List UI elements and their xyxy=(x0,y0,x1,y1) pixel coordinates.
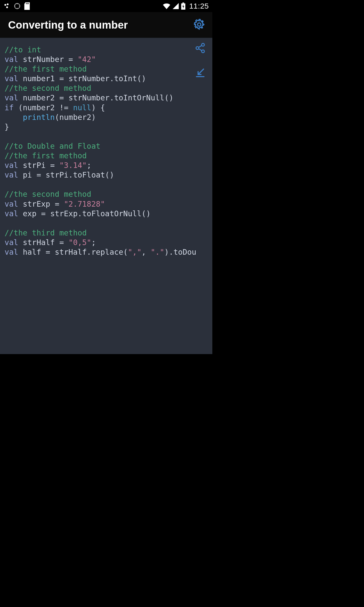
code-keyword: val xyxy=(5,209,18,218)
share-button[interactable] xyxy=(194,42,207,55)
svg-point-2 xyxy=(6,6,8,8)
code-identifier: half xyxy=(23,248,41,256)
code-keyword: val xyxy=(5,248,18,256)
code-identifier: strPi xyxy=(23,161,46,170)
svg-line-13 xyxy=(199,46,202,47)
code-operator: = xyxy=(55,93,69,102)
code-operator: = xyxy=(41,248,55,256)
code-comment: //the second method xyxy=(5,84,91,93)
code-keyword: val xyxy=(5,93,18,102)
code-expr: ).toDou xyxy=(164,248,196,256)
gear-icon xyxy=(193,18,205,32)
svg-point-10 xyxy=(202,44,204,46)
sync-icon xyxy=(14,3,21,10)
code-operator: = xyxy=(36,209,50,218)
svg-line-14 xyxy=(199,49,202,51)
code-operator: = xyxy=(55,74,69,83)
code-string: "3.14" xyxy=(59,161,87,170)
code-keyword: val xyxy=(5,170,18,179)
svg-point-1 xyxy=(7,4,9,5)
svg-rect-6 xyxy=(28,3,29,4)
code-identifier: strHalf xyxy=(23,238,55,247)
code-indent xyxy=(5,113,23,122)
code-identifier: strExp xyxy=(23,200,50,208)
code-expr: strNumber.toInt() xyxy=(69,74,146,83)
code-identifier: exp xyxy=(23,209,36,218)
code-string: "42" xyxy=(78,55,96,64)
code-keyword: val xyxy=(5,238,18,247)
code-punct: } xyxy=(5,122,9,131)
code-comment: //the first method xyxy=(5,64,87,73)
code-identifier: pi xyxy=(23,170,32,179)
code-keyword: val xyxy=(5,161,18,170)
status-clock: 11:25 xyxy=(189,2,209,10)
code-identifier: strNumber xyxy=(23,55,64,64)
code-operator: = xyxy=(46,161,59,170)
code-expr: (number2 != xyxy=(14,103,73,112)
status-right-icons: 11:25 xyxy=(163,2,209,10)
code-keyword: val xyxy=(5,74,18,83)
download-to-line-icon xyxy=(195,68,205,79)
code-keyword: val xyxy=(5,55,18,64)
code-punct: , xyxy=(142,248,151,256)
cell-signal-icon xyxy=(172,3,179,9)
code-comment: //the first method xyxy=(5,151,87,160)
code-comment: //to int xyxy=(5,45,41,54)
code-operator: = xyxy=(50,200,64,208)
share-icon xyxy=(195,42,206,55)
code-string: "," xyxy=(128,248,142,256)
code-comment: //to Double and Float xyxy=(5,142,100,150)
code-keyword: val xyxy=(5,200,18,208)
code-viewer[interactable]: //to int val strNumber = "42" //the firs… xyxy=(0,38,212,354)
wifi-icon xyxy=(163,3,170,9)
svg-rect-7 xyxy=(183,3,184,4)
code-identifier: number1 xyxy=(23,74,55,83)
app-bar: Converting to a number xyxy=(0,12,212,38)
settings-button[interactable] xyxy=(193,18,206,32)
code-identifier: number2 xyxy=(23,93,55,102)
code-function: println xyxy=(23,113,55,122)
code-punct: ; xyxy=(91,238,96,247)
notification-dots-icon xyxy=(4,3,11,10)
code-block: //to int val strNumber = "42" //the firs… xyxy=(0,38,212,264)
code-comment: //the second method xyxy=(5,190,91,199)
svg-rect-5 xyxy=(27,3,28,4)
code-null: null xyxy=(73,103,91,112)
svg-point-0 xyxy=(5,4,6,6)
svg-line-15 xyxy=(198,69,204,75)
code-string: "0,5" xyxy=(69,238,91,247)
svg-point-12 xyxy=(202,50,204,53)
status-bar: 11:25 xyxy=(0,0,212,12)
code-punct: ; xyxy=(87,161,91,170)
code-comment: //the third method xyxy=(5,228,87,237)
code-action-column xyxy=(194,42,207,80)
code-expr: strExp.toFloatOrNull() xyxy=(50,209,151,218)
code-string: "." xyxy=(151,248,164,256)
svg-point-9 xyxy=(198,23,201,26)
code-expr: strPi.toFloat() xyxy=(46,170,114,179)
code-expr: strNumber.toIntOrNull() xyxy=(69,93,173,102)
sd-card-icon xyxy=(24,2,30,10)
code-operator: = xyxy=(64,55,78,64)
battery-charging-icon xyxy=(181,3,186,10)
svg-point-11 xyxy=(196,47,199,50)
code-string: "2.71828" xyxy=(64,200,105,208)
code-operator: = xyxy=(32,170,46,179)
code-operator: = xyxy=(55,238,69,247)
code-punct: ) { xyxy=(91,103,105,112)
download-button[interactable] xyxy=(194,67,207,80)
code-expr: strHalf.replace( xyxy=(55,248,128,256)
code-args: (number2) xyxy=(55,113,96,122)
svg-rect-4 xyxy=(26,3,27,4)
code-keyword: if xyxy=(5,103,14,112)
status-left-icons xyxy=(4,2,30,10)
page-title: Converting to a number xyxy=(8,19,128,31)
